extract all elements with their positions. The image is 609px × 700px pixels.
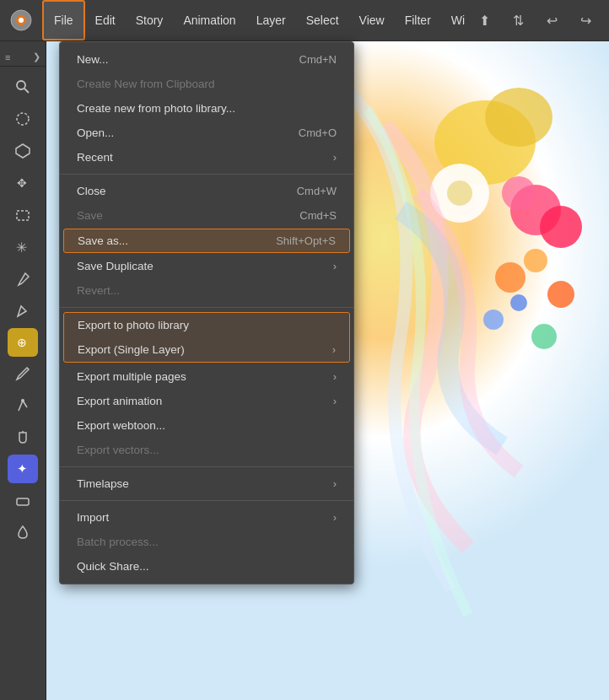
menu-item-quick-share[interactable]: Quick Share... xyxy=(60,554,353,579)
menu-item-export-webtoon[interactable]: Export webtoon... xyxy=(60,413,353,438)
menu-item-close[interactable]: Close Cmd+W xyxy=(60,179,353,203)
menu-item-create-from-photo[interactable]: Create new from photo library... xyxy=(60,96,353,121)
menu-item-new[interactable]: New... Cmd+N xyxy=(60,47,353,72)
menu-item-create-from-clipboard: Create New from Clipboard xyxy=(60,72,353,96)
separator-2 xyxy=(60,307,353,308)
menu-item-save-as[interactable]: Save as... Shift+Opt+S xyxy=(63,229,350,253)
export-highlight-group: Export to photo library Export (Single L… xyxy=(63,312,350,363)
menu-item-import[interactable]: Import › xyxy=(60,505,353,530)
menu-item-export-vectors: Export vectors... xyxy=(60,438,353,462)
menu-item-batch-process: Batch process... xyxy=(60,530,353,554)
dropdown-overlay[interactable]: New... Cmd+N Create New from Clipboard C… xyxy=(0,0,609,700)
menu-item-revert: Revert... xyxy=(60,278,353,303)
menu-item-export-animation[interactable]: Export animation › xyxy=(60,389,353,413)
menu-item-save-duplicate[interactable]: Save Duplicate › xyxy=(60,254,353,278)
file-menu-dropdown: New... Cmd+N Create New from Clipboard C… xyxy=(59,41,354,584)
menu-item-export-single[interactable]: Export (Single Layer) › xyxy=(64,337,349,362)
menu-item-open[interactable]: Open... Cmd+O xyxy=(60,121,353,145)
menu-item-export-photo[interactable]: Export to photo library xyxy=(64,313,349,337)
separator-1 xyxy=(60,174,353,175)
menu-item-export-multiple[interactable]: Export multiple pages › xyxy=(60,364,353,389)
separator-3 xyxy=(60,466,353,467)
separator-4 xyxy=(60,500,353,501)
menu-item-timelapse[interactable]: Timelapse › xyxy=(60,471,353,496)
menu-item-recent[interactable]: Recent › xyxy=(60,145,353,170)
menu-item-save: Save Cmd+S xyxy=(60,203,353,228)
